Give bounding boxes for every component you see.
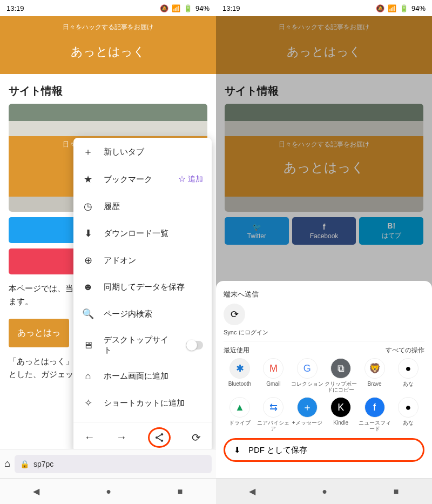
dnd-icon: 🔕: [160, 4, 168, 12]
menu-item-label: デスクトップサイト: [104, 335, 176, 355]
menu-item-0[interactable]: ＋新しいタブ: [73, 138, 212, 166]
menu-item-icon: 🔍: [82, 308, 94, 320]
menu-item-extra[interactable]: ☆ 追加: [178, 174, 203, 184]
share-app-collection[interactable]: Gコレクション: [291, 358, 323, 393]
menu-item-label: 履歴: [104, 201, 120, 212]
share-app-label: あな: [403, 420, 414, 426]
menu-item-label: ブックマーク: [104, 174, 152, 185]
share-app-label: あな: [403, 381, 414, 387]
share-button-highlight[interactable]: [148, 427, 171, 448]
url-bar: ⌂ 🔒 sp7pc: [0, 449, 216, 478]
share-app-nearby[interactable]: ⇆ニアバイシェア: [257, 397, 289, 432]
drive-icon: ▲: [230, 397, 250, 418]
cta-button[interactable]: あっとはっ: [9, 319, 69, 347]
share-app-label: ドライブ: [229, 420, 251, 426]
share-app-row-1: ✱BluetoothMGmailGコレクション⧉クリップボードにコピー🦁Brav…: [224, 358, 424, 393]
ana2-icon: ●: [398, 397, 418, 418]
share-app-label: クリップボードにコピー: [325, 381, 357, 393]
site-tagline: 日々をハックする記事をお届け: [0, 23, 216, 32]
status-bar: 13:19 🔕 📶 🔋 94%: [0, 0, 216, 16]
menu-item-6[interactable]: 🔍ページ内検索: [73, 300, 212, 327]
gmail-icon: M: [263, 358, 284, 379]
menu-item-label: 新しいタブ: [104, 147, 144, 157]
share-app-ana2[interactable]: ●あな: [392, 397, 424, 432]
battery-pct: 94%: [411, 4, 426, 12]
url-field[interactable]: 🔒 sp7pc: [15, 455, 212, 473]
svg-line-4: [158, 438, 161, 440]
recent-label: 最近使用: [224, 346, 249, 355]
nav-back-button[interactable]: ←: [84, 431, 95, 443]
menu-item-label: ページ内検索: [104, 309, 152, 319]
menu-item-7[interactable]: 🖥デスクトップサイト: [73, 327, 212, 363]
save-pdf-button[interactable]: ⬇ PDF として保存: [224, 438, 424, 462]
menu-item-1[interactable]: ★ブックマーク☆ 追加: [73, 166, 212, 193]
battery-pct: 94%: [195, 4, 210, 12]
lock-icon: 🔒: [20, 460, 29, 468]
sync-row[interactable]: ⟳ Sync にログイン: [224, 304, 424, 341]
collection-icon: G: [297, 358, 318, 379]
newsfeed-icon: f: [364, 397, 385, 418]
plusmsg-icon: ＋: [297, 397, 318, 418]
wifi-icon: 📶: [388, 4, 396, 12]
share-app-label: Brave: [368, 381, 382, 387]
menu-item-icon: ⌂: [82, 371, 94, 382]
svg-line-3: [158, 435, 161, 437]
share-app-ana1[interactable]: ●あな: [392, 358, 424, 393]
system-nav: ◀ ● ■: [0, 478, 216, 504]
sys-home-icon[interactable]: ●: [106, 487, 111, 496]
sys-recent-icon[interactable]: ■: [178, 487, 183, 496]
clipboard-icon: ⧉: [330, 358, 351, 379]
share-app-clipboard[interactable]: ⧉クリップボードにコピー: [325, 358, 357, 393]
sys-recent-icon[interactable]: ■: [394, 487, 399, 496]
battery-icon: 🔋: [400, 4, 408, 12]
menu-item-label: 同期してデータを保存: [104, 282, 185, 292]
home-icon[interactable]: ⌂: [4, 458, 10, 469]
section-heading: サイト情報: [0, 74, 216, 104]
brave-icon: 🦁: [364, 358, 385, 379]
desktop-site-toggle[interactable]: [186, 341, 203, 350]
sync-login-label: Sync にログイン: [224, 328, 268, 337]
menu-item-label: アドオン: [104, 256, 136, 266]
nearby-icon: ⇆: [263, 397, 284, 418]
sys-back-icon[interactable]: ◀: [33, 486, 39, 496]
share-app-bluetooth[interactable]: ✱Bluetooth: [224, 358, 256, 393]
share-app-kindle[interactable]: KKindle: [325, 397, 357, 432]
menu-item-icon: ⬇: [82, 227, 94, 239]
share-sheet: 端末へ送信 ⟳ Sync にログイン 最近使用 すべての操作 ✱Bluetoot…: [216, 281, 432, 478]
share-app-label: Kindle: [333, 420, 348, 426]
share-app-label: Gmail: [266, 381, 280, 387]
kindle-icon: K: [330, 397, 351, 418]
menu-item-label: ダウンロード一覧: [104, 229, 168, 239]
sys-back-icon[interactable]: ◀: [249, 486, 255, 496]
menu-item-icon: ☻: [82, 281, 94, 293]
dnd-icon: 🔕: [376, 4, 384, 12]
menu-item-4[interactable]: ⊕アドオン: [73, 247, 212, 274]
menu-item-icon: 🖥: [82, 340, 94, 351]
share-app-drive[interactable]: ▲ドライブ: [224, 397, 256, 432]
sys-home-icon[interactable]: ●: [322, 487, 327, 496]
menu-item-8[interactable]: ⌂ホーム画面に追加: [73, 363, 212, 389]
site-banner: 日々をハックする記事をお届け あっとはっく: [0, 16, 216, 74]
menu-item-10[interactable]: ▤コレクションに保存: [73, 416, 212, 422]
menu-item-2[interactable]: ◷履歴: [73, 193, 212, 220]
status-icons: 🔕 📶 🔋 94%: [376, 4, 426, 12]
status-time: 13:19: [6, 4, 24, 12]
share-app-brave[interactable]: 🦁Brave: [359, 358, 391, 393]
share-app-plusmsg[interactable]: ＋+メッセージ: [291, 397, 323, 432]
share-app-gmail[interactable]: MGmail: [257, 358, 289, 393]
share-icon: [154, 432, 165, 443]
share-app-newsfeed[interactable]: fニュースフィード: [359, 397, 391, 432]
menu-item-5[interactable]: ☻同期してデータを保存: [73, 274, 212, 300]
right-screenshot: 13:19 🔕 📶 🔋 94% 日々をハックする記事をお届け あっとはっく サイ…: [216, 0, 432, 504]
menu-item-9[interactable]: ✧ショートカットに追加: [73, 389, 212, 416]
menu-item-icon: ✧: [82, 397, 94, 409]
reload-button[interactable]: ⟳: [192, 431, 201, 444]
share-app-label: ニアバイシェア: [257, 420, 289, 432]
menu-item-icon: ◷: [82, 200, 94, 212]
menu-item-3[interactable]: ⬇ダウンロード一覧: [73, 220, 212, 247]
status-time: 13:19: [222, 4, 240, 12]
menu-item-label: ショートカットに追加: [104, 398, 185, 408]
menu-item-icon: ＋: [82, 145, 94, 158]
nav-forward-button[interactable]: →: [116, 431, 127, 443]
menu-list: ＋新しいタブ★ブックマーク☆ 追加◷履歴⬇ダウンロード一覧⊕アドオン☻同期してデ…: [73, 138, 212, 422]
